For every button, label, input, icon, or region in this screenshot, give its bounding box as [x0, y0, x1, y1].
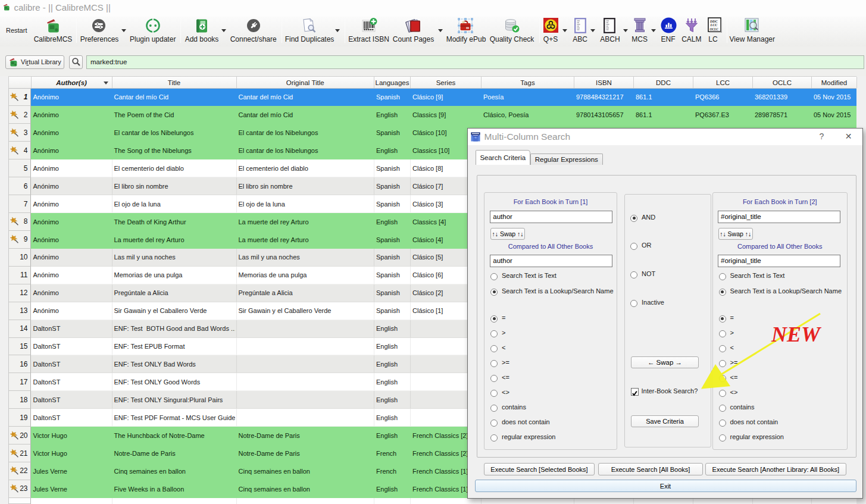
- svg-text:NEW: NEW: [771, 323, 822, 346]
